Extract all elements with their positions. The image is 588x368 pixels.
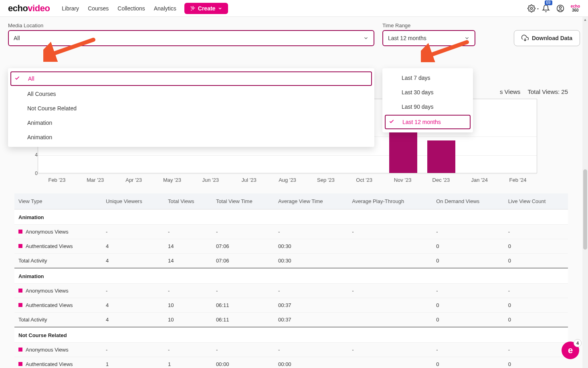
- row-label-cell: Anonymous Views: [14, 225, 102, 239]
- table-cell: 14: [164, 254, 212, 268]
- svg-line-5: [47, 40, 93, 56]
- table-section-title: Animation: [14, 268, 568, 284]
- table-cell: [348, 239, 432, 254]
- x-axis-tick: May '23: [163, 177, 181, 183]
- table-cell: 0: [432, 357, 504, 368]
- table-cell: 06:11: [212, 298, 274, 313]
- table-cell: [348, 357, 432, 368]
- media-option-label: Not Course Related: [27, 105, 77, 112]
- table-row: Anonymous Views-------: [14, 225, 568, 239]
- table-cell: -: [348, 343, 432, 357]
- media-location-value: All: [14, 35, 20, 41]
- table-cell: -: [504, 284, 568, 298]
- chart-bar[interactable]: [427, 140, 455, 173]
- time-option[interactable]: Last 90 days: [382, 100, 473, 114]
- media-option[interactable]: Animation: [8, 116, 374, 130]
- table-cell: 4: [102, 239, 164, 254]
- table-cell: 1: [102, 357, 164, 368]
- settings-icon[interactable]: [527, 4, 535, 12]
- table-cell: -: [164, 343, 212, 357]
- y-axis-tick: 4: [28, 152, 38, 158]
- table-header[interactable]: Total View Time: [212, 193, 274, 209]
- scroll-thumb[interactable]: [583, 169, 587, 250]
- table-header[interactable]: View Type: [14, 193, 102, 209]
- media-option[interactable]: All: [10, 71, 372, 86]
- media-option[interactable]: All Courses: [8, 87, 374, 101]
- time-option-label: Last 7 days: [402, 75, 430, 81]
- table-header[interactable]: On Demand Views: [432, 193, 504, 209]
- table-cell: 0: [504, 313, 568, 327]
- chevron-down-icon: [363, 35, 369, 41]
- svg-line-7: [425, 42, 467, 57]
- table-cell: -: [504, 225, 568, 239]
- table-header[interactable]: Live View Count: [504, 193, 568, 209]
- table-cell: 07:06: [212, 254, 274, 268]
- x-axis-tick: Sep '23: [317, 177, 335, 183]
- table-cell: 1: [164, 357, 212, 368]
- x-axis-tick: Nov '23: [394, 177, 412, 183]
- scroll-up-arrow[interactable]: ▲: [582, 17, 588, 22]
- table-cell: -: [348, 284, 432, 298]
- time-option[interactable]: Last 12 months: [385, 115, 471, 129]
- media-location-label: Media Location: [8, 22, 374, 28]
- table-cell: 07:06: [212, 239, 274, 254]
- time-option[interactable]: Last 30 days: [382, 85, 473, 100]
- annotation-arrow-media: [43, 38, 95, 62]
- create-label: Create: [198, 5, 216, 12]
- table-cell: -: [102, 225, 164, 239]
- download-data-button[interactable]: Download Data: [514, 30, 580, 46]
- legend-frag-b: s Views: [500, 88, 520, 95]
- table-cell: 0: [504, 298, 568, 313]
- table-cell: 06:11: [212, 313, 274, 327]
- row-label-cell: Total Activity: [14, 254, 102, 268]
- download-label: Download Data: [532, 35, 572, 41]
- table-cell: -: [432, 284, 504, 298]
- time-option[interactable]: Last 7 days: [382, 71, 473, 85]
- table-cell: 10: [164, 313, 212, 327]
- time-range-label: Time Range: [382, 22, 475, 28]
- x-axis-tick: Jul '23: [242, 177, 257, 183]
- table-header[interactable]: Average Play-Through: [348, 193, 432, 209]
- table-cell: -: [102, 284, 164, 298]
- table-header[interactable]: Average View Time: [274, 193, 348, 209]
- time-option-label: Last 30 days: [402, 89, 433, 96]
- gridline: [38, 155, 537, 156]
- table-cell: -: [274, 225, 348, 239]
- notifications-icon[interactable]: 69: [542, 4, 550, 12]
- svg-point-0: [530, 7, 532, 9]
- table-cell: 00:00: [274, 357, 348, 368]
- row-label: Anonymous Views: [26, 288, 69, 294]
- svg-point-3: [559, 6, 561, 8]
- legend-dot: [18, 244, 22, 248]
- table-cell: 4: [102, 298, 164, 313]
- media-option[interactable]: Not Course Related: [8, 101, 374, 116]
- table-cell: 4: [102, 313, 164, 327]
- create-button[interactable]: Create: [184, 3, 228, 14]
- table-cell: -: [348, 225, 432, 239]
- table-row: Total Activity41407:0600:3000: [14, 254, 568, 268]
- x-axis-tick: Apr '23: [125, 177, 142, 183]
- media-option[interactable]: Animation: [8, 130, 374, 144]
- profile-icon[interactable]: [556, 4, 564, 12]
- nav-library[interactable]: Library: [62, 5, 79, 12]
- table-cell: 0: [432, 254, 504, 268]
- row-label-cell: Authenticated Views: [14, 239, 102, 254]
- table-header[interactable]: Unique Viewers: [102, 193, 164, 209]
- chat-bubble[interactable]: e 4: [562, 342, 579, 359]
- table-cell: 00:00: [212, 357, 274, 368]
- table-cell: 00:37: [274, 298, 348, 313]
- table-cell: 0: [504, 254, 568, 268]
- vertical-scrollbar[interactable]: ▲: [582, 17, 588, 368]
- row-label: Authenticated Views: [26, 243, 73, 249]
- nav-collections[interactable]: Collections: [117, 5, 145, 12]
- brand-logo[interactable]: echovideo: [8, 3, 50, 14]
- table-cell: [348, 313, 432, 327]
- table-cell: -: [212, 225, 274, 239]
- table-cell: 0: [432, 313, 504, 327]
- table-cell: -: [164, 284, 212, 298]
- brand-tag[interactable]: echo360: [571, 4, 580, 12]
- nav-analytics[interactable]: Analytics: [154, 5, 176, 12]
- nav-courses[interactable]: Courses: [88, 5, 109, 12]
- table-header[interactable]: Total Views: [164, 193, 212, 209]
- analytics-content: ▲ Media Location All Time Range Last 12 …: [0, 17, 588, 368]
